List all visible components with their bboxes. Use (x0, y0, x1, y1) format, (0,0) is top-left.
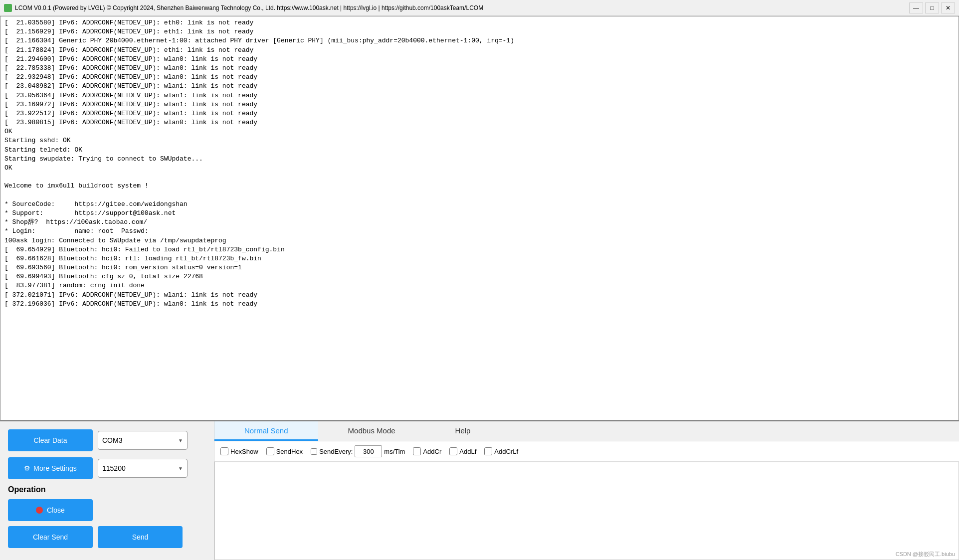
send-hex-checkbox[interactable]: SendHex (266, 447, 303, 455)
add-crlf-label: AddCrLf (494, 448, 518, 455)
add-cr-checkbox[interactable]: AddCr (413, 447, 441, 455)
left-controls: Clear Data COM3 ▼ ⚙ More Settings 115200… (0, 421, 214, 560)
baud-rate-dropdown[interactable]: 115200 ▼ (98, 459, 188, 478)
add-crlf-input[interactable] (484, 447, 492, 455)
window-controls: — □ ✕ (909, 2, 955, 13)
bottom-panel: Clear Data COM3 ▼ ⚙ More Settings 115200… (0, 420, 959, 560)
send-every-input[interactable] (355, 445, 382, 457)
tab-normal-send-label: Normal Send (244, 426, 288, 435)
add-cr-label: AddCr (423, 448, 441, 455)
watermark: CSDN @接驳民工.biubu (896, 551, 955, 558)
operation-buttons: Close (8, 499, 206, 521)
hex-show-checkbox[interactable]: HexShow (220, 447, 258, 455)
send-hex-label: SendHex (276, 448, 303, 455)
maximize-button[interactable]: □ (925, 2, 939, 13)
more-settings-label: More Settings (33, 464, 76, 472)
add-crlf-checkbox[interactable]: AddCrLf (484, 447, 518, 455)
options-row: HexShow SendHex SendEvery: ms/Tim AddCr (214, 441, 959, 462)
operation-label: Operation (8, 485, 206, 494)
terminal-text: [ 21.035580] IPv6: ADDRCONF(NETDEV_UP): … (4, 18, 955, 309)
tabs-row: Normal Send Modbus Mode Help (214, 421, 959, 441)
more-settings-button[interactable]: ⚙ More Settings (8, 457, 93, 479)
clear-send-button[interactable]: Clear Send (8, 526, 93, 548)
send-button[interactable]: Send (98, 526, 183, 548)
clear-data-button[interactable]: Clear Data (8, 429, 93, 451)
com-port-dropdown[interactable]: COM3 ▼ (98, 431, 188, 450)
tab-modbus-mode-label: Modbus Mode (348, 426, 395, 435)
tab-modbus-mode[interactable]: Modbus Mode (318, 421, 425, 441)
close-button-op[interactable]: Close (8, 499, 93, 521)
title-bar-text: LCOM V0.0.1 (Powered by LVGL) © Copyrigh… (15, 4, 909, 11)
terminal-output[interactable]: [ 21.035580] IPv6: ADDRCONF(NETDEV_UP): … (0, 16, 959, 420)
minimize-button[interactable]: — (909, 2, 923, 13)
close-button[interactable]: ✕ (941, 2, 955, 13)
com-dropdown-arrow: ▼ (178, 438, 183, 443)
right-panel: Normal Send Modbus Mode Help HexShow Sen… (214, 421, 959, 560)
close-label: Close (47, 506, 65, 514)
app-icon (4, 4, 12, 12)
add-cr-input[interactable] (413, 447, 421, 455)
title-bar: LCOM V0.0.1 (Powered by LVGL) © Copyrigh… (0, 0, 959, 16)
hex-show-input[interactable] (220, 447, 228, 455)
tab-help[interactable]: Help (425, 421, 501, 441)
baud-rate-value: 115200 (102, 464, 126, 472)
send-hex-input[interactable] (266, 447, 274, 455)
add-lf-checkbox[interactable]: AddLf (449, 447, 476, 455)
watermark-text: CSDN @接驳民工.biubu (896, 551, 955, 557)
send-every-unit: ms/Tim (384, 448, 405, 455)
send-buttons: Clear Send Send (8, 526, 206, 548)
operation-section: Operation Close Clear Send Send (8, 485, 206, 548)
add-lf-label: AddLf (459, 448, 476, 455)
tab-normal-send[interactable]: Normal Send (214, 421, 318, 441)
baud-dropdown-arrow: ▼ (178, 466, 183, 471)
send-every-label: SendEvery: (319, 448, 353, 455)
send-every-group: SendEvery: ms/Tim (311, 445, 405, 457)
hex-show-label: HexShow (230, 448, 258, 455)
send-text-area[interactable] (214, 462, 959, 560)
gear-icon: ⚙ (24, 464, 30, 472)
add-lf-input[interactable] (449, 447, 457, 455)
close-dot-icon (36, 507, 43, 514)
com-port-value: COM3 (102, 436, 122, 444)
tab-help-label: Help (455, 426, 471, 435)
send-every-checkbox[interactable] (311, 448, 317, 455)
main-content: [ 21.035580] IPv6: ADDRCONF(NETDEV_UP): … (0, 16, 959, 560)
